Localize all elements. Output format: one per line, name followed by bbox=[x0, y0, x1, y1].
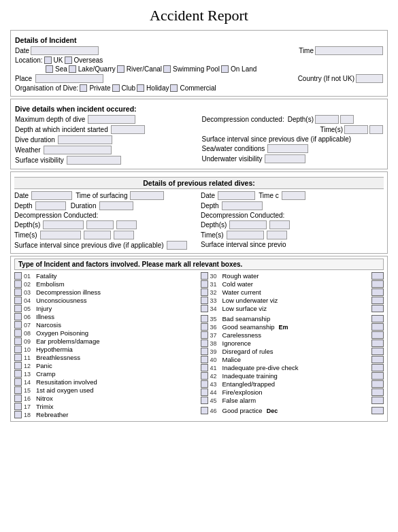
incident-right-extra-box[interactable] bbox=[371, 339, 384, 347]
incident-right-checkbox[interactable] bbox=[201, 331, 208, 339]
pool-checkbox[interactable] bbox=[163, 65, 171, 73]
incident-right-extra-box[interactable] bbox=[371, 280, 384, 288]
incident-checkbox[interactable] bbox=[14, 362, 22, 369]
prev-depths-input2[interactable] bbox=[86, 220, 114, 229]
prev-date2-input[interactable] bbox=[218, 191, 255, 200]
time-input[interactable] bbox=[315, 46, 383, 55]
commercial-checkbox[interactable] bbox=[170, 84, 178, 92]
incident-right-checkbox[interactable] bbox=[201, 315, 208, 322]
incident-right-checkbox[interactable] bbox=[201, 288, 208, 296]
prev-depths-input3[interactable] bbox=[116, 220, 137, 229]
incident-checkbox[interactable] bbox=[14, 313, 22, 320]
incident-checkbox[interactable] bbox=[14, 297, 22, 304]
incident-checkbox[interactable] bbox=[14, 321, 22, 329]
prev-depth-input[interactable] bbox=[35, 201, 66, 210]
incident-right-checkbox[interactable] bbox=[201, 305, 208, 312]
max-depth-input[interactable] bbox=[88, 115, 135, 124]
incident-right-extra-box[interactable] bbox=[371, 407, 384, 414]
incident-checkbox[interactable] bbox=[14, 280, 22, 288]
incident-right-checkbox[interactable] bbox=[201, 297, 208, 304]
incident-checkbox[interactable] bbox=[14, 346, 22, 353]
river-checkbox[interactable] bbox=[117, 65, 125, 73]
incident-right-extra-box[interactable] bbox=[371, 305, 384, 312]
prev-times-input3[interactable] bbox=[114, 231, 134, 239]
incident-right-checkbox[interactable] bbox=[201, 356, 208, 363]
incident-checkbox[interactable] bbox=[14, 411, 22, 418]
incident-right-extra-box[interactable] bbox=[371, 297, 384, 304]
times-input[interactable] bbox=[344, 125, 368, 134]
sea-water-input[interactable] bbox=[267, 144, 308, 153]
weather-input[interactable] bbox=[44, 146, 112, 154]
prev-depths-input[interactable] bbox=[43, 220, 84, 229]
country-input[interactable] bbox=[356, 74, 383, 83]
incident-right-checkbox[interactable] bbox=[201, 323, 208, 331]
incident-right-checkbox[interactable] bbox=[201, 388, 208, 396]
decomp-depths-input[interactable] bbox=[315, 115, 339, 124]
incident-right-extra-box[interactable] bbox=[371, 348, 384, 355]
incident-right-label: Entangled/trapped bbox=[222, 380, 276, 388]
incident-right-extra-box[interactable] bbox=[371, 315, 384, 322]
sea-water-label: Sea/water conditions bbox=[202, 145, 265, 152]
incident-checkbox[interactable] bbox=[14, 354, 22, 361]
incident-right-checkbox[interactable] bbox=[201, 339, 208, 347]
incident-checkbox[interactable] bbox=[14, 272, 22, 280]
incident-checkbox[interactable] bbox=[14, 395, 22, 402]
land-checkbox[interactable] bbox=[221, 65, 229, 73]
prev-depths2-input[interactable] bbox=[229, 220, 267, 229]
dive-duration-input[interactable] bbox=[58, 135, 112, 144]
incident-checkbox[interactable] bbox=[14, 329, 22, 337]
prev-duration-input[interactable] bbox=[99, 201, 133, 210]
depth-incident-input[interactable] bbox=[111, 125, 145, 134]
incident-right-checkbox[interactable] bbox=[201, 372, 208, 380]
incident-checkbox[interactable] bbox=[14, 403, 22, 410]
incident-right-checkbox[interactable] bbox=[201, 380, 208, 388]
incident-right-extra-box[interactable] bbox=[371, 397, 384, 404]
prev-date-input[interactable] bbox=[31, 191, 72, 200]
incident-checkbox[interactable] bbox=[14, 386, 22, 394]
prev-times-input[interactable] bbox=[40, 231, 81, 239]
incident-checkbox[interactable] bbox=[14, 305, 22, 312]
place-input[interactable] bbox=[35, 74, 103, 83]
incident-right-extra-box[interactable] bbox=[371, 388, 384, 396]
incident-right-extra-box[interactable] bbox=[371, 272, 384, 280]
incident-right-extra-box[interactable] bbox=[371, 380, 384, 388]
holiday-checkbox[interactable] bbox=[137, 84, 144, 92]
incident-checkbox[interactable] bbox=[14, 337, 22, 345]
incident-right-checkbox[interactable] bbox=[201, 364, 208, 371]
decomp-depths-input2[interactable] bbox=[340, 115, 354, 124]
overseas-checkbox[interactable] bbox=[65, 56, 72, 64]
incident-right-extra-box[interactable] bbox=[371, 288, 384, 296]
club-checkbox[interactable] bbox=[112, 84, 120, 92]
incident-right-extra-box[interactable] bbox=[371, 364, 384, 371]
prev-times-input2[interactable] bbox=[84, 231, 111, 239]
incident-checkbox[interactable] bbox=[14, 288, 22, 296]
prev-times2-input[interactable] bbox=[227, 231, 264, 239]
prev-surface-input[interactable] bbox=[167, 241, 187, 250]
sea-checkbox[interactable] bbox=[46, 65, 53, 73]
incident-right-checkbox[interactable] bbox=[201, 272, 208, 280]
underwater-vis-input[interactable] bbox=[265, 154, 305, 163]
incident-right-label: Ignorence bbox=[222, 339, 251, 347]
incident-right-checkbox[interactable] bbox=[201, 397, 208, 404]
uk-checkbox[interactable] bbox=[44, 56, 52, 64]
prev-depths2-input2[interactable] bbox=[269, 220, 290, 229]
prev-depth2-input[interactable] bbox=[222, 201, 263, 210]
incident-right-checkbox[interactable] bbox=[201, 348, 208, 355]
time-surf-input[interactable] bbox=[130, 191, 164, 200]
incident-label: Trimix bbox=[36, 403, 54, 410]
incident-right-checkbox[interactable] bbox=[201, 280, 208, 288]
surface-vis-input[interactable] bbox=[67, 156, 121, 165]
time-c-input[interactable] bbox=[282, 191, 305, 200]
incident-right-extra-box[interactable] bbox=[371, 323, 384, 331]
prev-times2-input2[interactable] bbox=[267, 231, 287, 239]
incident-right-extra-box[interactable] bbox=[371, 331, 384, 339]
incident-checkbox[interactable] bbox=[14, 370, 22, 378]
date-input[interactable] bbox=[31, 46, 99, 55]
incident-right-extra-box[interactable] bbox=[371, 372, 384, 380]
private-checkbox[interactable] bbox=[80, 84, 87, 92]
incident-checkbox[interactable] bbox=[14, 378, 22, 386]
incident-right-extra-box[interactable] bbox=[371, 356, 384, 363]
lake-checkbox[interactable] bbox=[69, 65, 76, 73]
incident-right-checkbox[interactable] bbox=[201, 407, 208, 414]
times-input2[interactable] bbox=[369, 125, 383, 134]
